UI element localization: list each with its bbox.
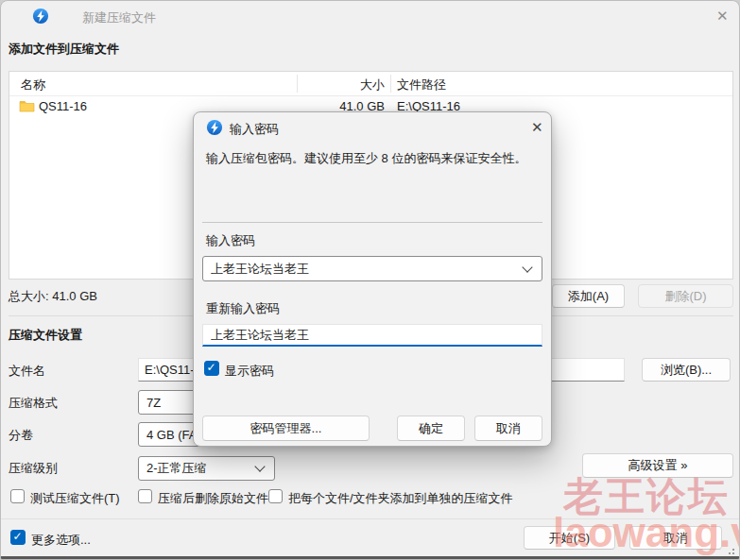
delete-after-label: 压缩后删除原始文件: [158, 490, 268, 507]
more-options-checkbox[interactable]: [10, 530, 26, 545]
dialog-cancel-button[interactable]: 取消: [474, 416, 542, 441]
separate-archives-checkbox[interactable]: [268, 489, 283, 503]
resize-grip[interactable]: [725, 545, 734, 554]
test-archive-label: 测试压缩文件(T): [30, 490, 120, 507]
password-manager-button[interactable]: 密码管理器...: [202, 416, 370, 441]
level-value: 2-正常压缩: [146, 460, 207, 477]
column-separator[interactable]: [390, 75, 391, 93]
test-archive-checkbox[interactable]: [10, 489, 25, 503]
delete-after-checkbox[interactable]: [138, 489, 152, 503]
column-header-size[interactable]: 大小: [227, 76, 385, 93]
watermark-line1: 老王论坛: [563, 470, 730, 523]
level-combo[interactable]: 2-正常压缩: [138, 456, 275, 481]
folder-icon: [19, 99, 35, 115]
window-close-icon[interactable]: ✕: [716, 8, 729, 23]
total-size-label: 总大小: 41.0 GB: [9, 288, 97, 305]
add-button[interactable]: 添加(A): [552, 284, 625, 308]
format-value: 7Z: [146, 396, 161, 410]
show-password-checkbox[interactable]: [204, 361, 219, 376]
dialog-description: 输入压缩包密码。建议使用至少 8 位的密码来保证安全性。: [206, 150, 541, 168]
filename-label: 文件名: [9, 363, 45, 380]
window-title: 新建压缩文件: [82, 9, 156, 26]
start-button[interactable]: 开始(S): [524, 526, 615, 550]
show-password-label: 显示密码: [225, 363, 274, 380]
reenter-password-input[interactable]: [202, 324, 542, 347]
format-label: 压缩格式: [9, 395, 58, 412]
settings-section-title: 压缩文件设置: [9, 327, 82, 344]
volume-label: 分卷: [9, 427, 33, 444]
password-value: 上老王论坛当老王: [211, 261, 309, 278]
app-icon: [32, 8, 49, 25]
reenter-password-value[interactable]: [211, 328, 534, 342]
add-section-title: 添加文件到压缩文件: [9, 41, 119, 58]
reenter-label: 重新输入密码: [206, 300, 280, 317]
row-name: QS11-16: [39, 99, 87, 113]
chevron-down-icon: [254, 461, 265, 471]
dialog-titlebar[interactable]: 输入密码 ✕: [194, 112, 551, 143]
ok-button[interactable]: 确定: [397, 416, 465, 441]
chevron-down-icon: [522, 262, 532, 272]
password-label: 输入密码: [206, 232, 255, 249]
advanced-settings-button[interactable]: 高级设置 »: [582, 453, 733, 478]
column-header-name[interactable]: 名称: [21, 76, 45, 93]
password-dialog: 输入密码 ✕ 输入压缩包密码。建议使用至少 8 位的密码来保证安全性。 输入密码…: [193, 111, 552, 447]
password-combo[interactable]: 上老王论坛当老王: [202, 256, 542, 281]
level-label: 压缩级别: [9, 460, 58, 477]
column-header-path[interactable]: 文件路径: [397, 76, 446, 93]
titlebar[interactable]: 新建压缩文件 ✕: [1, 1, 740, 31]
column-separator[interactable]: [297, 75, 298, 93]
dialog-close-icon[interactable]: ✕: [531, 120, 543, 134]
dialog-divider: [202, 222, 542, 223]
browse-button[interactable]: 浏览(B)...: [642, 358, 731, 382]
dialog-title: 输入密码: [230, 121, 279, 138]
separate-archives-label: 把每个文件/文件夹添加到单独的压缩文件: [288, 490, 513, 507]
table-header: 名称 大小 文件路径: [9, 72, 732, 96]
delete-button: 删除(D): [638, 284, 733, 308]
cancel-button[interactable]: 取消: [629, 526, 722, 550]
footer-divider: [1, 518, 740, 519]
new-archive-window: 新建压缩文件 ✕ 添加文件到压缩文件 名称 大小 文件路径 QS11-16 41…: [0, 0, 740, 560]
more-options-label: 更多选项...: [31, 532, 91, 549]
app-icon: [206, 119, 223, 136]
window-bottom-edge: [1, 556, 739, 559]
